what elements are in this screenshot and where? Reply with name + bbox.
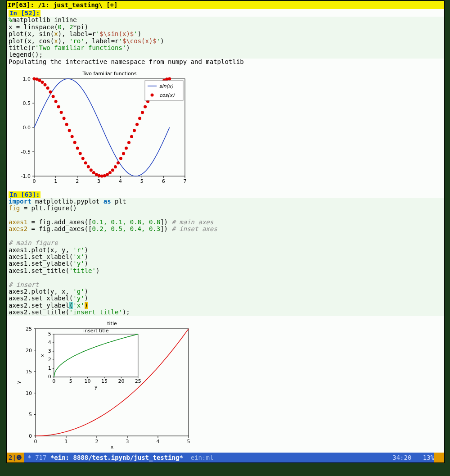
tok: fig.: [39, 225, 54, 232]
tok: import: [9, 198, 32, 205]
modeline-end-badge: [434, 453, 444, 462]
svg-point-58: [114, 165, 117, 168]
svg-text:4: 4: [119, 178, 122, 184]
tok: ): [58, 37, 62, 45]
magic-cmd: matplotlib inline: [12, 16, 76, 23]
tok: plot: [9, 37, 24, 45]
svg-text:20: 20: [26, 347, 32, 353]
svg-text:-1.0: -1.0: [21, 173, 31, 179]
svg-point-42: [71, 135, 74, 138]
modeline-pos: 34:20: [392, 454, 411, 461]
tok: $\cos(x)$: [122, 37, 157, 45]
svg-text:0: 0: [29, 433, 32, 439]
tok: =: [24, 204, 32, 212]
modeline: 2|❶ * 717 *ein: 8888/test.ipynb/just_tes…: [7, 453, 444, 462]
tok: ): [160, 37, 164, 45]
workspace-badge[interactable]: 2|❶: [7, 453, 24, 462]
tok: 'insert title': [69, 308, 122, 316]
tok: ': [134, 30, 137, 37]
svg-point-46: [81, 157, 85, 160]
tok: label: [69, 30, 88, 37]
svg-point-57: [111, 168, 114, 172]
svg-point-28: [33, 77, 36, 81]
svg-text:10: 10: [85, 378, 91, 384]
svg-point-60: [119, 157, 122, 160]
svg-text:0: 0: [34, 439, 37, 444]
tok: title: [9, 44, 27, 51]
tok: axes2: [9, 225, 32, 232]
tok: 'r': [73, 246, 84, 254]
tok: x: [27, 30, 31, 37]
svg-text:5: 5: [69, 378, 72, 384]
tok: (: [27, 44, 31, 51]
svg-text:25: 25: [26, 326, 32, 332]
tok: ([: [85, 218, 92, 226]
svg-text:x: x: [40, 354, 45, 357]
svg-text:7: 7: [184, 178, 187, 184]
svg-text:5: 5: [187, 439, 190, 444]
svg-text:1: 1: [54, 178, 57, 184]
tok: 'x': [73, 302, 84, 309]
tok: 'title': [69, 267, 96, 274]
modeline-buffer[interactable]: *ein: 8888/test.ipynb/just_testing*: [50, 454, 183, 461]
svg-text:sin(x): sin(x): [159, 83, 174, 89]
svg-text:4: 4: [157, 439, 160, 444]
code-cell-52[interactable]: %matplotlib inline x = linspace(0, 2*pi)…: [7, 17, 444, 58]
svg-point-34: [49, 91, 52, 94]
tok: 0: [58, 23, 62, 31]
tok: x: [54, 37, 58, 45]
tok: 'y': [73, 295, 84, 302]
tok: ): [126, 44, 130, 51]
tok: as: [104, 198, 111, 205]
svg-text:title: title: [107, 321, 117, 326]
tok: figure: [46, 204, 69, 212]
tok: =: [32, 218, 39, 226]
buffer-content[interactable]: In [52]: %matplotlib inline x = linspace…: [7, 9, 444, 453]
svg-point-69: [144, 105, 147, 109]
plot-output-52: 01234567-1.0-0.50.00.51.0Two familiar fu…: [7, 65, 444, 187]
svg-text:25: 25: [135, 378, 141, 384]
svg-text:20: 20: [118, 378, 124, 384]
tok: ': [119, 37, 122, 45]
svg-text:5: 5: [140, 178, 144, 184]
tok: ): [96, 267, 99, 274]
tok: 'ro': [69, 37, 85, 45]
tok: (: [54, 23, 58, 31]
tok: fig: [9, 204, 24, 212]
tok: ]): [160, 225, 171, 232]
svg-text:5: 5: [29, 412, 32, 417]
svg-text:2: 2: [76, 178, 79, 184]
tok: pi: [77, 23, 85, 31]
svg-point-55: [106, 173, 109, 176]
svg-point-36: [54, 100, 58, 103]
svg-text:15: 15: [101, 378, 108, 384]
svg-text:2: 2: [95, 439, 99, 444]
tok: $\sin(x)$: [99, 30, 134, 37]
tok: ): [85, 260, 88, 267]
tok: r: [115, 37, 118, 45]
tok: (: [50, 37, 54, 45]
svg-point-38: [60, 111, 63, 114]
svg-point-50: [92, 171, 95, 174]
svg-point-63: [127, 141, 130, 144]
svg-text:insert title: insert title: [83, 327, 109, 333]
tok: 0.2, 0.5, 0.4, 0.3: [92, 225, 160, 232]
svg-text:0: 0: [48, 374, 51, 380]
svg-point-67: [138, 117, 141, 120]
code-cell-63[interactable]: import matplotlib.pyplot as plt fig = pl…: [7, 198, 444, 316]
svg-text:3: 3: [126, 439, 129, 444]
tok: ): [85, 295, 88, 302]
tok: 0.1, 0.1, 0.8, 0.8: [92, 218, 160, 226]
tok: axes1.set_title(: [9, 267, 69, 274]
tok: # main figure: [9, 239, 58, 246]
chart-two-familiar: 01234567-1.0-0.50.00.51.0Two familiar fu…: [14, 69, 189, 186]
tok: 'x': [73, 253, 84, 260]
svg-text:Two familiar functions: Two familiar functions: [82, 71, 136, 77]
svg-point-37: [57, 105, 60, 109]
tok: r: [32, 44, 35, 51]
svg-text:3: 3: [97, 178, 100, 184]
tok: cos: [39, 37, 50, 45]
svg-point-61: [122, 152, 125, 155]
tok: plt.: [32, 204, 47, 212]
tok: =: [32, 225, 39, 232]
